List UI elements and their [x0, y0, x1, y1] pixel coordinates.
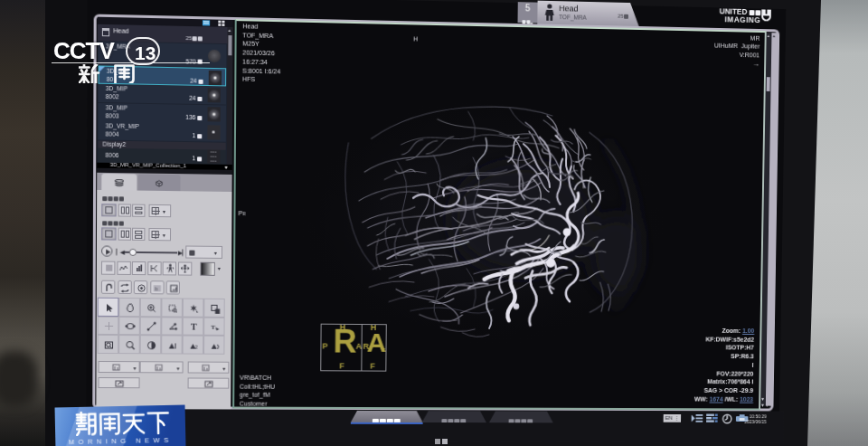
- svg-text:b: b: [155, 285, 158, 291]
- svg-text:2: 2: [194, 343, 198, 349]
- svg-text:T: T: [190, 322, 196, 331]
- svg-text:T: T: [211, 324, 215, 331]
